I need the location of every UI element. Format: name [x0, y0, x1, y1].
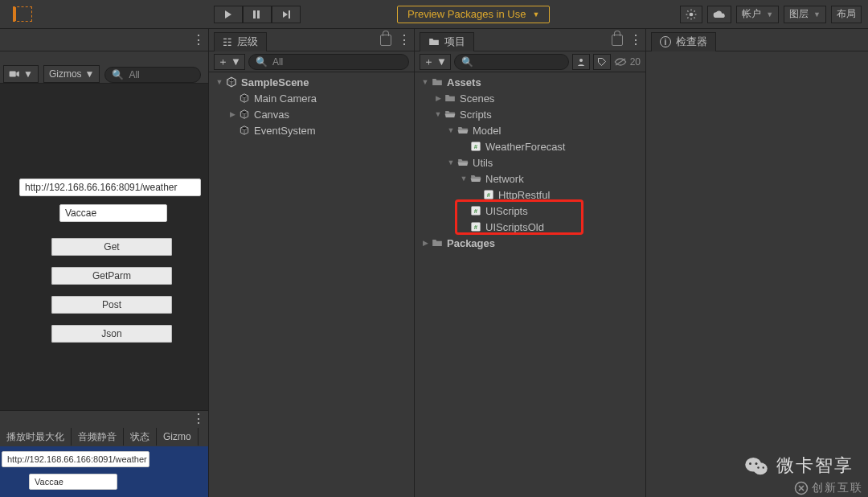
expand-arrow-icon[interactable]: ▼ [214, 78, 225, 86]
scene-menu-icon[interactable]: ⋮ [192, 34, 203, 47]
chevron-down-icon: ▼ [85, 68, 95, 80]
hierarchy-tab[interactable]: ☷ 层级 [214, 32, 267, 51]
tree-row-label: Packages [447, 237, 495, 249]
game-tab[interactable]: 音频静音 [72, 428, 124, 446]
lock-icon[interactable] [612, 35, 623, 46]
hidden-count-value: 20 [630, 56, 641, 68]
layers-dropdown[interactable]: 图层▼ [784, 6, 826, 23]
cube-icon [238, 108, 251, 121]
preview-packages-label: Preview Packages in Use [407, 8, 526, 20]
project-tab[interactable]: 项目 [420, 32, 474, 51]
project-search[interactable]: 🔍 [454, 54, 569, 70]
tree-row[interactable]: ▶#UIScripts [415, 203, 645, 219]
wechat-icon [744, 455, 768, 476]
getparm-button[interactable]: GetParm [51, 267, 172, 285]
hierarchy-tree[interactable]: ▼SampleScene▶Main Camera▶Canvas▶EventSys… [209, 72, 414, 497]
account-dropdown[interactable]: 帐户▼ [736, 6, 779, 23]
layout-dropdown[interactable]: 布局 [831, 6, 862, 23]
tree-row[interactable]: ▶#UIScriptsOld [415, 219, 645, 235]
search-icon: 🔍 [256, 56, 268, 68]
post-button[interactable]: Post [51, 296, 172, 314]
tree-row-label: SampleScene [241, 76, 309, 88]
cs-icon: # [482, 188, 495, 201]
expand-arrow-icon[interactable]: ▼ [445, 158, 457, 166]
hierarchy-search[interactable]: 🔍 All [248, 54, 409, 70]
expand-arrow-icon[interactable]: ▶ [420, 239, 431, 247]
tree-row-label: EventSystem [254, 125, 316, 137]
expand-arrow-icon[interactable]: ▼ [458, 175, 469, 183]
project-create-dropdown[interactable]: ＋▼ [420, 54, 451, 70]
cube-icon [238, 92, 251, 105]
inspector-tab[interactable]: i 检查器 [651, 32, 716, 51]
scene-search[interactable]: 🔍 All [104, 67, 201, 83]
tree-row[interactable]: ▼Scripts [415, 106, 645, 122]
url-input[interactable]: http://192.168.66.166:8091/weather [19, 179, 201, 196]
gizmos-dropdown[interactable]: Gizmos ▼ [43, 65, 100, 83]
game-viewport[interactable]: http://192.168.66.166:8091/weather Vacca… [0, 446, 208, 497]
light-toggle[interactable] [680, 6, 702, 23]
hidden-count[interactable]: 20 [614, 56, 641, 68]
expand-arrow-icon[interactable]: ▼ [432, 110, 444, 118]
folder-open-icon [457, 124, 469, 137]
chevron-down-icon: ▼ [532, 10, 539, 18]
tree-row-label: Utils [473, 157, 493, 169]
cs-icon: # [469, 140, 482, 153]
tree-row-label: Canvas [254, 109, 289, 121]
tree-row[interactable]: ▶Canvas [209, 106, 414, 122]
hierarchy-menu-icon[interactable]: ⋮ [398, 34, 409, 47]
tree-row[interactable]: ▼Assets [415, 74, 645, 90]
game-tab[interactable]: Gizmo [157, 428, 199, 446]
expand-arrow-icon[interactable]: ▼ [420, 78, 431, 86]
filter-by-type-icon[interactable] [572, 54, 590, 70]
pause-button[interactable] [243, 6, 272, 23]
tree-row[interactable]: ▼SampleScene [209, 74, 414, 90]
game-name-input[interactable]: Vaccae [29, 474, 117, 490]
create-dropdown[interactable]: ＋▼ [214, 54, 245, 70]
camera-dropdown[interactable]: ▼ [3, 65, 39, 83]
play-button[interactable] [214, 6, 243, 23]
svg-text:#: # [474, 207, 478, 215]
tree-row[interactable]: ▶Packages [415, 235, 645, 251]
tree-row[interactable]: ▶Scenes [415, 90, 645, 106]
layout-label: 布局 [837, 7, 856, 21]
scene-panel: ⋮ ▼ Gizmos ▼ 🔍 All http://192.168.66.166… [0, 29, 209, 497]
expand-arrow-icon[interactable]: ▼ [445, 126, 457, 134]
json-button[interactable]: Json [51, 325, 172, 343]
tree-row-label: UIScripts [485, 205, 528, 217]
lock-icon[interactable] [380, 35, 391, 46]
tree-row[interactable]: ▶#HttpRestful [415, 187, 645, 203]
cloud-icon [713, 10, 726, 19]
chevron-down-icon: ▼ [813, 10, 821, 18]
tree-row[interactable]: ▼Utils [415, 154, 645, 170]
tree-row[interactable]: ▼Model [415, 122, 645, 138]
project-menu-icon[interactable]: ⋮ [629, 34, 641, 47]
expand-arrow-icon[interactable]: ▶ [227, 110, 238, 118]
tree-row[interactable]: ▶EventSystem [209, 122, 414, 138]
unity-icon [225, 76, 238, 88]
tree-row[interactable]: ▶Main Camera [209, 90, 414, 106]
game-tab[interactable]: 播放时最大化 [0, 428, 72, 446]
chevron-down-icon: ▼ [436, 55, 447, 68]
watermark: 微卡智享 [744, 454, 854, 478]
hierarchy-title: 层级 [237, 35, 258, 49]
preview-packages-dropdown[interactable]: Preview Packages in Use ▼ [397, 6, 550, 23]
get-button[interactable]: Get [51, 238, 172, 256]
hierarchy-search-placeholder: All [272, 56, 283, 68]
game-tab[interactable]: 状态 [124, 428, 157, 446]
scene-viewport[interactable]: http://192.168.66.166:8091/weather Vacca… [0, 84, 208, 410]
tree-row[interactable]: ▼Network [415, 170, 645, 187]
project-tree[interactable]: ▼Assets▶Scenes▼Scripts▼Model▶#WeatherFor… [415, 72, 645, 497]
filter-by-label-icon[interactable] [593, 54, 611, 70]
hierarchy-icon: ☷ [223, 36, 232, 48]
tree-row[interactable]: ▶#WeatherForecast [415, 138, 645, 154]
editor-tool-icon[interactable] [13, 6, 32, 22]
expand-arrow-icon[interactable]: ▶ [432, 94, 444, 102]
svg-text:#: # [474, 224, 478, 231]
cloud-button[interactable] [707, 6, 731, 23]
svg-text:#: # [487, 191, 491, 199]
name-input[interactable]: Vaccae [59, 204, 167, 222]
game-menu-icon[interactable]: ⋮ [192, 413, 203, 425]
game-url-input[interactable]: http://192.168.66.166:8091/weather [2, 451, 149, 467]
step-button[interactable] [272, 6, 301, 23]
project-panel: 项目 ⋮ ＋▼ 🔍 20 [415, 29, 646, 497]
